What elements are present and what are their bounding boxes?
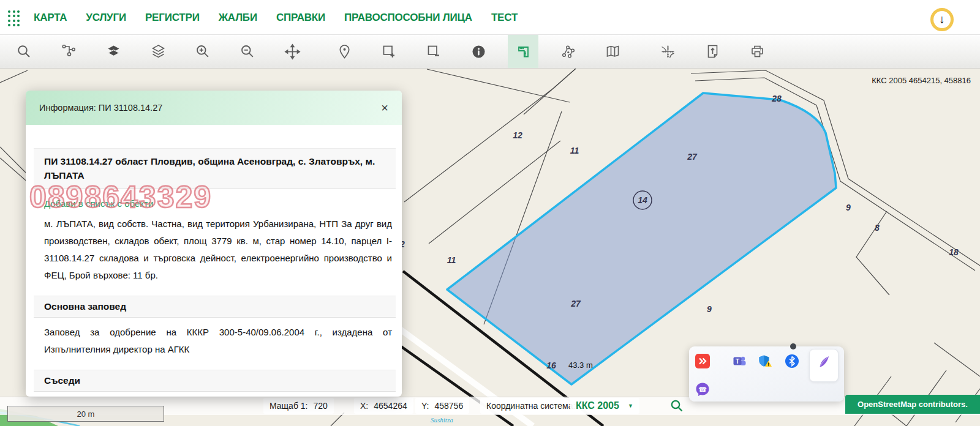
kais-map-app: 14 12 11 27 28 9 8 18 2 11 27 9 16 43.3 … [0,0,980,426]
nav-item-test[interactable]: ТЕСТ [491,12,518,24]
info-tool[interactable] [463,35,494,68]
nav-item-spravki[interactable]: СПРАВКИ [276,12,325,24]
parcel-info-panel: Информация: ПИ 31108.14.27 × ПИ 31108.14… [26,91,402,397]
nav-item-pravosposobni-litsa[interactable]: ПРАВОСПОСОБНИ ЛИЦА [344,12,472,24]
zoom-in-tool[interactable] [187,35,218,68]
map-sheet-label: 14 [638,195,647,205]
viber-icon[interactable]: ☎ [695,382,710,397]
x-coordinate-readout: X: 4654264 [354,398,413,414]
nav-item-uslugi[interactable]: УСЛУГИ [86,12,126,24]
printer-icon [749,43,766,60]
parcel-label: 9 [846,203,851,212]
info-panel-title: Информация: ПИ 31108.14.27 [39,103,379,113]
ruler-icon [515,43,532,60]
zoom-out-tool[interactable] [232,35,263,68]
close-icon[interactable]: × [379,99,391,116]
route-nodes-icon [61,43,77,60]
search-icon [16,43,32,60]
x-label: X: [360,401,368,411]
down-arrow-icon: ↓ [939,13,945,26]
parcel-description: м. ЛЪПАТА, вид собств. Частна, вид терит… [44,215,392,284]
bluetooth-icon[interactable] [785,354,799,368]
info-panel-body: ПИ 31108.14.27 област Пловдив, община Ас… [26,148,402,397]
info-icon [470,43,487,60]
rectangle-minus-icon [426,43,442,60]
microsoft-teams-icon[interactable]: T [732,354,747,368]
crs-label: Координатна система: [480,398,581,414]
search-tool[interactable] [9,35,39,68]
section-title-main-order: Основна заповед [34,296,396,318]
crs-selector[interactable]: ККС 2005 ▼ [570,398,639,414]
layers-filled-tool[interactable] [98,35,129,68]
coordinate-axes-icon [660,43,676,60]
crs-selected-value: ККС 2005 [576,400,619,411]
search-icon [669,398,684,413]
parcel-label: 12 [513,130,522,140]
layers-filled-icon [105,43,122,60]
pen-icon[interactable] [816,354,831,369]
scale-bar-label: 20 m [77,409,95,419]
info-panel-header: Информация: ПИ 31108.14.27 × [26,91,402,125]
zoom-out-icon [239,43,256,60]
pan-tool[interactable] [277,35,307,68]
parcel-label: 11 [447,255,456,265]
apps-grid-icon[interactable] [8,10,20,26]
scale-bar: 20 m [7,406,164,422]
rectangle-plus-icon [381,43,398,60]
stream-label: Sushitza [431,416,453,424]
export-page-icon [704,43,721,60]
add-to-object-list-link[interactable]: Добави в списък с обекти [44,198,153,209]
measure-result-label: 43.3 m [568,361,593,370]
collapse-header-button[interactable]: ↓ [930,8,954,31]
windows-security-icon[interactable] [758,354,772,368]
nav-item-zhalbi[interactable]: ЖАЛБИ [219,12,257,24]
coordinates-tool[interactable] [652,35,683,68]
scale-value: 720 [314,401,328,411]
parcel-heading: ПИ 31108.14.27 област Пловдив, община Ас… [34,148,396,189]
parcel-label: 9 [707,304,712,314]
parcel-label: 27 [570,299,581,308]
route-select-tool[interactable] [53,35,84,68]
polygon-nodes-icon [560,43,576,60]
y-coordinate-readout: Y: 458756 [415,398,469,414]
nav-item-registri[interactable]: РЕГИСТРИ [145,12,200,24]
scale-label: Мащаб 1: [270,401,308,411]
polygon-nodes-tool[interactable] [552,35,583,68]
tray-overflow-dot-icon[interactable] [790,343,796,349]
print-tool[interactable] [742,35,772,68]
system-tray-flyout: T ☎ [689,346,844,402]
svg-text:T: T [736,358,739,365]
main-menu: КАРТА УСЛУГИ РЕГИСТРИ ЖАЛБИ СПРАВКИ ПРАВ… [34,0,518,35]
svg-text:☎: ☎ [698,386,707,394]
zoom-in-icon [195,43,211,60]
y-label: Y: [421,401,429,411]
map-toolbar [0,35,980,69]
folded-map-icon [605,43,621,60]
x-value: 4654264 [374,401,407,411]
parcel-label: 16 [546,361,556,370]
osm-attribution[interactable]: OpenStreetMap contributors. [845,395,980,414]
main-order-text: Заповед за одобрение на КККР 300-5-40/09… [44,324,392,358]
parcel-label: 8 [875,223,880,233]
nav-item-karta[interactable]: КАРТА [34,12,67,24]
selected-parcel-polygon[interactable] [447,93,836,384]
section-title-neighbors: Съседи [34,370,396,392]
screen-record-red-icon[interactable] [695,354,710,368]
parcel-label: 18 [949,247,959,257]
location-pin-tool[interactable] [329,35,360,68]
export-page-tool[interactable] [697,35,728,68]
select-area-remove-tool[interactable] [418,35,449,68]
pan-arrows-icon [284,43,301,60]
map-crs-corner-label: ККС 2005 4654215, 458816 [872,76,971,85]
location-pin-icon [336,43,353,60]
status-search-button[interactable] [669,398,685,414]
parcel-label: 28 [771,94,782,103]
chevron-down-icon[interactable]: ▼ [628,403,633,409]
parcel-label: 11 [570,146,579,155]
select-area-add-tool[interactable] [374,35,404,68]
measure-tool[interactable] [508,35,538,68]
crs-label-text: Координатна система: [486,401,575,411]
map-sheet-tool[interactable] [597,35,628,68]
layer-stack-icon [150,43,167,60]
layer-stack-tool[interactable] [143,35,173,68]
